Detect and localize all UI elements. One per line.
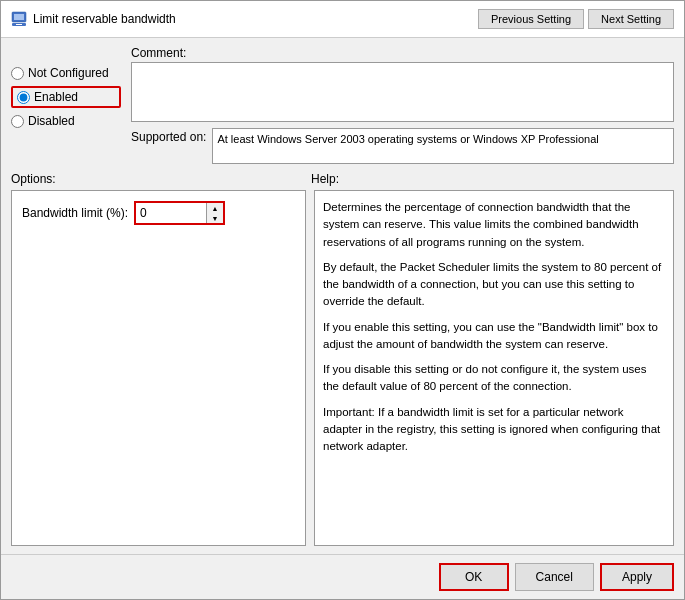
help-para-5: Important: If a bandwidth limit is set f… [323,404,665,456]
bottom-panels: Bandwidth limit (%): ▲ ▼ Determines the … [11,190,674,546]
policy-icon [11,11,27,27]
bandwidth-row: Bandwidth limit (%): ▲ ▼ [22,201,295,225]
ok-button[interactable]: OK [439,563,509,591]
help-para-3: If you enable this setting, you can use … [323,319,665,354]
top-section: Not Configured Enabled Disabled Comment: [11,46,674,164]
disabled-label: Disabled [28,114,75,128]
bandwidth-label: Bandwidth limit (%): [22,206,128,220]
not-configured-label: Not Configured [28,66,109,80]
main-content: Not Configured Enabled Disabled Comment: [1,38,684,554]
comment-textarea[interactable] [131,62,674,122]
enabled-option[interactable]: Enabled [11,86,121,108]
supported-section: Supported on: At least Windows Server 20… [131,128,674,164]
enabled-label: Enabled [34,90,78,104]
bandwidth-input[interactable] [136,203,206,223]
options-section-label: Options: [11,172,311,186]
svg-rect-1 [14,14,24,20]
title-bar: Limit reservable bandwidth Previous Sett… [1,1,684,38]
not-configured-option[interactable]: Not Configured [11,66,121,80]
comment-section: Comment: [131,46,674,122]
bandwidth-input-wrapper: ▲ ▼ [134,201,225,225]
svg-rect-3 [16,24,22,25]
button-bar: OK Cancel Apply [1,554,684,599]
help-panel: Determines the percentage of connection … [314,190,674,546]
comment-label: Comment: [131,46,674,60]
spinner-up-button[interactable]: ▲ [207,203,223,213]
previous-setting-button[interactable]: Previous Setting [478,9,584,29]
not-configured-radio[interactable] [11,67,24,80]
supported-value: At least Windows Server 2003 operating s… [212,128,674,164]
disabled-radio[interactable] [11,115,24,128]
comment-support-area: Comment: Supported on: At least Windows … [131,46,674,164]
enabled-radio[interactable] [17,91,30,104]
spinner-buttons: ▲ ▼ [206,203,223,223]
disabled-option[interactable]: Disabled [11,114,121,128]
options-panel: Bandwidth limit (%): ▲ ▼ [11,190,306,546]
dialog-title: Limit reservable bandwidth [33,12,472,26]
help-para-4: If you disable this setting or do not co… [323,361,665,396]
dialog: Limit reservable bandwidth Previous Sett… [0,0,685,600]
help-section-label: Help: [311,172,674,186]
spinner-down-button[interactable]: ▼ [207,213,223,223]
help-para-2: By default, the Packet Scheduler limits … [323,259,665,311]
middle-labels: Options: Help: [11,172,674,186]
next-setting-button[interactable]: Next Setting [588,9,674,29]
apply-button[interactable]: Apply [600,563,674,591]
radio-group: Not Configured Enabled Disabled [11,46,121,164]
cancel-button[interactable]: Cancel [515,563,594,591]
nav-buttons: Previous Setting Next Setting [478,9,674,29]
supported-label: Supported on: [131,128,206,144]
help-para-1: Determines the percentage of connection … [323,199,665,251]
